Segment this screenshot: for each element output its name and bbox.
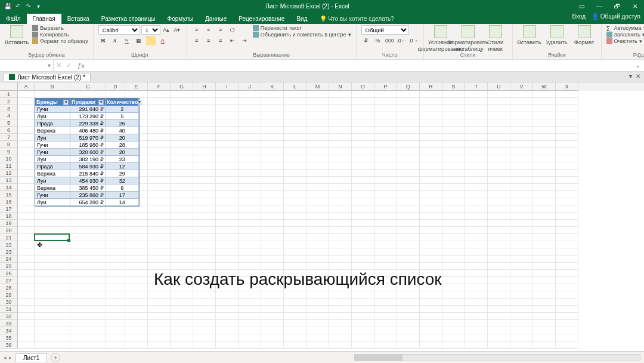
table-cell[interactable]: Гучи (35, 149, 70, 156)
table-cell[interactable]: 23 (106, 156, 139, 163)
cell[interactable] (510, 162, 533, 170)
cell[interactable] (352, 191, 374, 198)
cell[interactable] (465, 198, 488, 205)
cell[interactable] (70, 342, 106, 349)
cell[interactable] (148, 227, 171, 234)
table-cell[interactable]: 654 280 ₽ (70, 199, 106, 206)
cell[interactable] (216, 162, 239, 170)
cell[interactable] (106, 248, 125, 256)
minimize-icon[interactable]: — (590, 1, 608, 11)
tab-formulas[interactable]: Формулы (162, 14, 200, 24)
cell[interactable] (216, 98, 239, 105)
cell[interactable] (488, 127, 510, 134)
cell[interactable] (465, 220, 488, 227)
cell[interactable] (106, 270, 125, 277)
cell[interactable] (284, 119, 306, 127)
cell[interactable] (329, 134, 352, 141)
cell[interactable] (70, 220, 106, 227)
row-header[interactable]: 6 (0, 127, 18, 134)
cell[interactable] (70, 227, 106, 234)
cell[interactable] (533, 234, 556, 241)
cell[interactable] (193, 105, 216, 112)
cell[interactable] (171, 291, 193, 299)
cell[interactable] (239, 306, 261, 313)
cell[interactable] (465, 105, 488, 112)
fill-color-icon[interactable] (146, 36, 156, 45)
horizontal-scrollbar[interactable] (354, 354, 640, 361)
cell[interactable] (329, 155, 352, 162)
cell[interactable] (465, 327, 488, 334)
column-header[interactable]: M (306, 82, 329, 91)
cell[interactable] (125, 91, 148, 98)
cell[interactable] (488, 170, 510, 177)
cell[interactable] (420, 191, 442, 198)
cell[interactable] (171, 148, 193, 155)
column-header[interactable]: N (329, 82, 352, 91)
underline-button[interactable]: Ч (122, 36, 132, 45)
cell[interactable] (533, 162, 556, 170)
table-row[interactable]: Прада584 930 ₽12 (35, 163, 139, 170)
cell[interactable] (465, 248, 488, 256)
cell[interactable] (352, 256, 374, 263)
cell[interactable] (193, 91, 216, 98)
cell[interactable] (18, 256, 35, 263)
cell[interactable] (329, 105, 352, 112)
cell[interactable] (261, 234, 284, 241)
cell[interactable] (284, 105, 306, 112)
cell[interactable] (171, 134, 193, 141)
cell[interactable] (510, 270, 533, 277)
column-header[interactable]: R (420, 82, 442, 91)
cell[interactable] (397, 205, 420, 213)
cell[interactable] (374, 119, 397, 127)
cell[interactable] (510, 213, 533, 220)
cell[interactable] (397, 334, 420, 342)
cell[interactable] (284, 263, 306, 270)
cell[interactable] (510, 342, 533, 349)
cell[interactable] (18, 291, 35, 299)
cell[interactable] (329, 191, 352, 198)
cell[interactable] (306, 241, 329, 248)
cell[interactable] (70, 291, 106, 299)
cell[interactable] (533, 320, 556, 327)
cell[interactable] (35, 320, 70, 327)
cell[interactable] (488, 334, 510, 342)
cell[interactable] (70, 248, 106, 256)
cell[interactable] (556, 184, 578, 191)
cell[interactable] (216, 148, 239, 155)
column-header[interactable]: A (18, 82, 35, 91)
cell[interactable] (193, 306, 216, 313)
table-cell[interactable]: Луи (35, 177, 70, 184)
cell[interactable] (465, 205, 488, 213)
workbook-tab[interactable]: Лист Microsoft Excel (2) * (4, 73, 91, 81)
cell[interactable] (261, 127, 284, 134)
cell[interactable] (148, 320, 171, 327)
cell[interactable] (533, 112, 556, 119)
cell[interactable] (420, 234, 442, 241)
cell[interactable] (35, 284, 70, 291)
cell[interactable] (193, 148, 216, 155)
cell[interactable] (148, 155, 171, 162)
cell[interactable] (533, 155, 556, 162)
cell[interactable] (556, 306, 578, 313)
row-header[interactable]: 20 (0, 227, 18, 234)
cell[interactable] (216, 213, 239, 220)
cell[interactable] (284, 170, 306, 177)
cell[interactable] (510, 299, 533, 306)
table-cell[interactable]: Гучи (35, 141, 70, 149)
cell[interactable] (284, 227, 306, 234)
cell[interactable] (510, 155, 533, 162)
number-format-select[interactable]: Общий (361, 25, 409, 35)
cell[interactable] (352, 241, 374, 248)
cell[interactable] (171, 162, 193, 170)
cell[interactable] (533, 184, 556, 191)
cell[interactable] (465, 256, 488, 263)
cell[interactable] (465, 234, 488, 241)
cell[interactable] (216, 177, 239, 184)
cell[interactable] (465, 334, 488, 342)
cell[interactable] (171, 263, 193, 270)
cell[interactable] (261, 248, 284, 256)
cell[interactable] (148, 91, 171, 98)
cell[interactable] (284, 141, 306, 148)
cell[interactable] (106, 256, 125, 263)
cell[interactable] (239, 342, 261, 349)
